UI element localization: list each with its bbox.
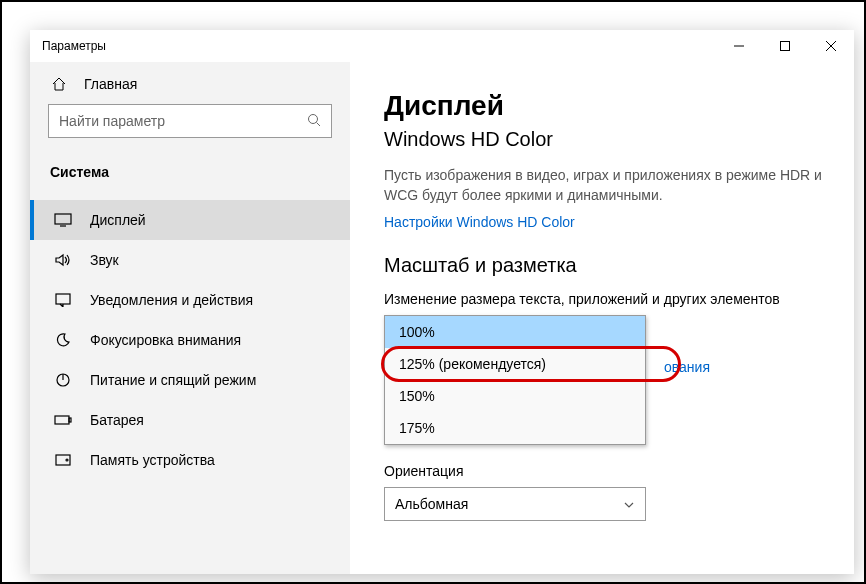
storage-icon <box>54 454 72 466</box>
sidebar-item-label: Уведомления и действия <box>90 292 253 308</box>
sidebar-item-display[interactable]: Дисплей <box>30 200 350 240</box>
orientation-label: Ориентация <box>384 463 826 479</box>
sidebar-item-label: Фокусировка внимания <box>90 332 241 348</box>
notifications-icon <box>54 293 72 307</box>
orientation-value: Альбомная <box>395 496 468 512</box>
search-icon <box>307 113 321 130</box>
sidebar: Главная Найти параметр Система Дисплей З… <box>30 62 350 574</box>
scale-option-150[interactable]: 150% <box>385 380 645 412</box>
svg-rect-11 <box>55 416 69 424</box>
sidebar-item-label: Питание и спящий режим <box>90 372 256 388</box>
scale-option-100[interactable]: 100% <box>385 316 645 348</box>
power-icon <box>54 372 72 388</box>
svg-rect-1 <box>781 42 790 51</box>
battery-icon <box>54 414 72 426</box>
sidebar-item-label: Батарея <box>90 412 144 428</box>
sidebar-item-battery[interactable]: Батарея <box>30 400 350 440</box>
sidebar-item-focus[interactable]: Фокусировка внимания <box>30 320 350 360</box>
partial-link-text[interactable]: ования <box>664 359 710 375</box>
close-button[interactable] <box>808 30 854 62</box>
sidebar-item-power[interactable]: Питание и спящий режим <box>30 360 350 400</box>
sidebar-item-storage[interactable]: Память устройства <box>30 440 350 480</box>
search-placeholder: Найти параметр <box>59 113 307 129</box>
scale-dropdown-list: 100% 125% (рекомендуется) 150% 175% <box>384 315 646 445</box>
home-link[interactable]: Главная <box>30 66 350 104</box>
window-controls <box>716 30 854 62</box>
hd-color-heading: Windows HD Color <box>384 128 826 151</box>
main-content: Дисплей Windows HD Color Пусть изображен… <box>350 62 854 574</box>
home-icon <box>50 76 68 92</box>
chevron-down-icon <box>623 496 635 512</box>
sidebar-item-label: Дисплей <box>90 212 146 228</box>
sidebar-item-sound[interactable]: Звук <box>30 240 350 280</box>
minimize-button[interactable] <box>716 30 762 62</box>
sidebar-category: Система <box>30 156 350 190</box>
svg-rect-8 <box>56 294 70 304</box>
sidebar-item-label: Память устройства <box>90 452 215 468</box>
svg-rect-12 <box>69 418 71 422</box>
window-title: Параметры <box>42 39 106 53</box>
svg-rect-6 <box>55 214 71 224</box>
sidebar-item-label: Звук <box>90 252 119 268</box>
scale-option-125[interactable]: 125% (рекомендуется) <box>385 348 645 380</box>
settings-window: Параметры Главная Найти параметр Система… <box>30 30 854 574</box>
display-icon <box>54 213 72 227</box>
scale-option-175[interactable]: 175% <box>385 412 645 444</box>
scale-dropdown[interactable]: ования 100% 125% (рекомендуется) 150% 17… <box>384 315 646 445</box>
orientation-select[interactable]: Альбомная <box>384 487 646 521</box>
hd-color-desc: Пусть изображения в видео, играх и прило… <box>384 165 824 206</box>
maximize-button[interactable] <box>762 30 808 62</box>
hd-color-link[interactable]: Настройки Windows HD Color <box>384 214 826 230</box>
titlebar: Параметры <box>30 30 854 62</box>
svg-point-14 <box>66 459 68 461</box>
home-label: Главная <box>84 76 137 92</box>
svg-line-5 <box>317 122 321 126</box>
scale-section-title: Масштаб и разметка <box>384 254 826 277</box>
sound-icon <box>54 253 72 267</box>
focus-icon <box>54 332 72 348</box>
search-input[interactable]: Найти параметр <box>48 104 332 138</box>
page-title: Дисплей <box>384 90 826 122</box>
scale-field-label: Изменение размера текста, приложений и д… <box>384 291 826 307</box>
svg-point-4 <box>309 114 318 123</box>
sidebar-item-notifications[interactable]: Уведомления и действия <box>30 280 350 320</box>
